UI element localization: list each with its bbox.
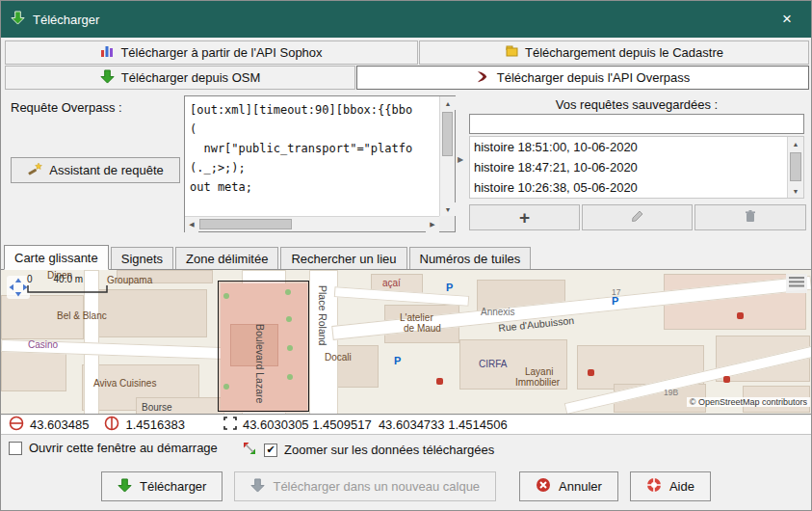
- scroll-up-icon[interactable]: ▲: [440, 96, 456, 110]
- slippy-map[interactable]: Dinen Groupama Bel & Blanc Casino Aviva …: [1, 270, 812, 415]
- zoom-to-data-icon: [242, 441, 257, 459]
- tab-osm-label: Télécharger depuis OSM: [121, 70, 261, 85]
- map-tree: [287, 345, 293, 351]
- tab-cadastre-label: Téléchargement depuis le Cadastre: [525, 45, 723, 60]
- tab-rechercher-lieu[interactable]: Rechercher un lieu: [280, 247, 406, 269]
- map-options-icon[interactable]: [786, 274, 807, 293]
- download-dialog: { "window": { "title": "Télécharger", "c…: [0, 0, 812, 511]
- longitude-icon: [104, 416, 119, 434]
- scroll-right-icon[interactable]: ▶: [426, 217, 439, 232]
- query-text[interactable]: [out:xml][timeout:90][bbox:{{bbo ( nwr["…: [185, 96, 439, 216]
- map-label: Immobilier: [515, 377, 560, 388]
- parking-icon: P: [394, 355, 401, 366]
- open-at-startup-checkbox[interactable]: [9, 442, 22, 455]
- pencil-icon: [630, 208, 645, 227]
- titlebar[interactable]: Télécharger ×: [1, 1, 811, 38]
- saved-query-item[interactable]: histoire 18:47:21, 10-06-2020: [470, 157, 788, 177]
- latitude-readout: 43.603485: [9, 416, 89, 434]
- download-label: Télécharger: [140, 479, 206, 494]
- tab-osm[interactable]: Télécharger depuis OSM: [5, 66, 355, 90]
- map-scale: 0 40.0 m: [27, 274, 108, 295]
- poi-icon: [436, 378, 443, 385]
- close-icon[interactable]: ×: [773, 5, 801, 34]
- add-saved-query-button[interactable]: +: [469, 204, 580, 230]
- map-building: [92, 289, 207, 337]
- query-line: [out:xml][timeout:90][bbox:{{bbo: [190, 100, 434, 120]
- saved-query-item[interactable]: histoire 10:26:38, 05-06-2020: [470, 177, 788, 198]
- query-line: (._;>;);: [190, 158, 434, 177]
- cancel-button[interactable]: Annuler: [519, 471, 618, 501]
- longitude-value: 1.4516383: [125, 417, 184, 432]
- overpass-icon: [476, 69, 490, 87]
- scrollbar-thumb[interactable]: [199, 219, 292, 229]
- tab-overpass-label: Télécharger depuis l'API Overpass: [497, 70, 690, 85]
- zoom-to-data-label: Zoomer sur les données téléchargées: [284, 443, 494, 457]
- tab-label: Signets: [121, 252, 163, 266]
- map-housenumber: 19B: [664, 388, 678, 397]
- tab-label: Zone délimitée: [186, 252, 268, 266]
- map-label: Layani: [525, 366, 553, 377]
- editor-horizontal-scrollbar[interactable]: ◀ ▶: [185, 216, 439, 231]
- poi-icon: [588, 369, 594, 376]
- zoom-to-data-checkbox[interactable]: ✔: [264, 444, 277, 457]
- download-button[interactable]: Télécharger: [101, 471, 223, 501]
- saved-query-name-input[interactable]: [469, 114, 804, 134]
- cancel-label: Annuler: [559, 479, 602, 494]
- wand-icon: [27, 161, 42, 179]
- tab-signets[interactable]: Signets: [111, 247, 173, 269]
- tab-carte-glissante[interactable]: Carte glissante: [4, 245, 109, 270]
- map-tree: [286, 316, 292, 322]
- query-wizard-button[interactable]: Assistant de requête: [11, 157, 180, 183]
- map-label: Docali: [325, 352, 352, 363]
- map-label: Groupama: [107, 275, 152, 285]
- tab-label: Numéros de tuiles: [420, 252, 521, 266]
- map-tree: [287, 374, 293, 380]
- scrollbar-thumb[interactable]: [790, 152, 801, 181]
- scrollbar-thumb[interactable]: [442, 112, 453, 156]
- scroll-down-icon[interactable]: ▼: [788, 184, 803, 198]
- query-line: out meta;: [190, 177, 434, 197]
- poi-icon: [737, 312, 744, 319]
- overpass-query-editor[interactable]: [out:xml][timeout:90][bbox:{{bbo ( nwr["…: [184, 95, 456, 232]
- tab-zone-delimitee[interactable]: Zone délimitée: [175, 247, 278, 269]
- coordinate-statusbar: 43.603485 1.4516383 43.6030305 1.4509517…: [1, 416, 811, 435]
- saved-queries-list[interactable]: histoire 18:51:00, 10-06-2020 histoire 1…: [469, 136, 804, 199]
- delete-saved-query-button[interactable]: [694, 204, 806, 230]
- editor-vertical-scrollbar[interactable]: ▲ ▼: [439, 96, 455, 216]
- tab-cadastre[interactable]: Téléchargement depuis le Cadastre: [419, 40, 809, 65]
- map-attribution: © OpenStreetMap contributors: [687, 397, 810, 407]
- longitude-readout: 1.4516383: [104, 416, 184, 434]
- splitter-collapse-icon[interactable]: ▶: [458, 155, 463, 164]
- map-street-label: Boulevard Lazare: [254, 324, 266, 413]
- tab-numeros-tuiles[interactable]: Numéros de tuiles: [409, 247, 532, 269]
- tab-overpass[interactable]: Télécharger depuis l'API Overpass: [356, 66, 809, 90]
- edit-saved-query-button[interactable]: [582, 204, 693, 230]
- help-button[interactable]: Aide: [630, 471, 711, 501]
- saved-query-item[interactable]: histoire 18:51:00, 10-06-2020: [470, 137, 788, 157]
- map-label: Bel & Blanc: [57, 310, 107, 321]
- map-label: de Maud: [404, 323, 441, 334]
- window-title: Télécharger: [33, 13, 99, 27]
- help-lifebuoy-icon: [646, 477, 662, 496]
- poi-icon: [723, 376, 730, 383]
- scroll-left-icon[interactable]: ◀: [185, 217, 198, 232]
- scale-bar: [27, 284, 108, 293]
- bbox-readout: 43.6030305 1.4509517 43.6034733 1.451450…: [223, 417, 508, 433]
- action-buttons: Télécharger Télécharger dans un nouveau …: [1, 471, 811, 501]
- scale-zero: 0: [27, 274, 33, 284]
- tab-sophox-label: Télécharger à partir de l'API Sophox: [120, 45, 322, 60]
- scale-value: 40.0 m: [54, 274, 84, 284]
- scroll-down-icon[interactable]: ▼: [440, 202, 456, 216]
- open-at-startup-option: Ouvrir cette fenêtre au démarrage: [9, 441, 218, 455]
- saved-list-scrollbar[interactable]: ▲ ▼: [787, 137, 803, 198]
- download-new-layer-icon: [250, 478, 265, 496]
- download-new-layer-button[interactable]: Télécharger dans un nouveau calque: [234, 471, 496, 501]
- zoom-to-data-option: ✔ Zoomer sur les données téléchargées: [242, 441, 494, 459]
- map-building: [1, 351, 66, 391]
- tab-sophox[interactable]: Télécharger à partir de l'API Sophox: [5, 40, 418, 65]
- parking-icon: P: [612, 295, 618, 307]
- help-label: Aide: [669, 479, 694, 494]
- scroll-up-icon[interactable]: ▲: [788, 137, 803, 150]
- cancel-icon: [536, 477, 551, 496]
- map-label: Bourse: [142, 402, 172, 413]
